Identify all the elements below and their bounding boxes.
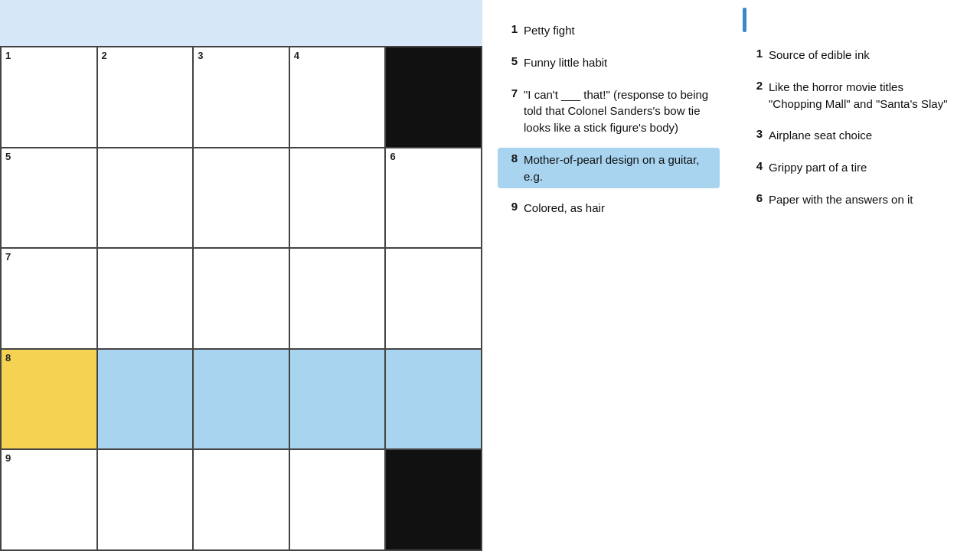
down-accent-bar [743,8,746,32]
clue-description: Funny little habit [524,54,607,71]
grid-cell-r3c3[interactable] [290,350,387,451]
down-clue-4[interactable]: 4Grippy part of a tire [743,155,965,180]
clue-number: 5 [504,54,518,67]
cell-number: 7 [5,252,11,262]
grid-cell-r1c3[interactable] [290,148,387,249]
cell-number: 1 [5,51,11,60]
grid-cell-r0c4[interactable] [386,47,482,148]
grid-cell-r3c0[interactable]: 8 [2,350,98,451]
grid-cell-r0c1[interactable]: 2 [98,47,194,148]
across-column: 1Petty fight5Funny little habit7"I can't… [498,0,720,551]
grid-cell-r4c3[interactable] [290,450,387,551]
clue-number: 2 [749,79,763,92]
grid-cell-r0c0[interactable]: 1 [2,47,98,148]
clue-number: 1 [749,47,763,60]
clue-number: 3 [749,127,763,140]
cell-number: 6 [390,152,395,161]
across-clue-9[interactable]: 9Colored, as hair [498,196,720,220]
clues-panel: 1Petty fight5Funny little habit7"I can't… [482,0,980,551]
clue-description: Like the horror movie titles "Chopping M… [769,79,959,112]
crossword-panel: 123456789 [0,0,482,551]
grid-cell-r4c2[interactable] [194,450,290,551]
grid-cell-r1c4[interactable]: 6 [386,148,482,249]
grid-cell-r4c4[interactable] [386,450,482,551]
grid-cell-r4c0[interactable]: 9 [2,450,98,551]
clue-description: Airplane seat choice [769,127,872,144]
clue-description: Paper with the answers on it [769,191,913,208]
down-column: 1Source of edible ink2Like the horror mo… [743,0,965,551]
grid-cell-r1c2[interactable] [194,148,290,249]
clue-number: 6 [749,191,763,204]
grid-cell-r2c4[interactable] [386,249,482,350]
grid-cell-r1c0[interactable]: 5 [2,148,98,249]
down-clue-6[interactable]: 6Paper with the answers on it [743,187,965,212]
clue-description: Source of edible ink [769,47,870,64]
grid-cell-r2c0[interactable]: 7 [2,249,98,350]
grid-cell-r2c3[interactable] [290,249,387,350]
across-clue-8[interactable]: 8Mother-of-pearl design on a guitar, e.g… [498,148,720,189]
grid-container: 123456789 [0,46,482,551]
cell-number: 5 [5,152,11,161]
across-clue-5[interactable]: 5Funny little habit [498,51,720,75]
down-header [743,8,965,32]
clue-number: 7 [504,86,518,99]
clue-description: Petty fight [524,22,575,39]
across-clue-7[interactable]: 7"I can't ___ that!" (response to being … [498,83,720,140]
clue-number: 4 [749,159,763,172]
clue-number: 1 [504,22,518,35]
down-clue-1[interactable]: 1Source of edible ink [743,43,965,67]
down-clue-3[interactable]: 3Airplane seat choice [743,123,965,148]
down-clue-2[interactable]: 2Like the horror movie titles "Chopping … [743,75,965,116]
grid-cell-r1c1[interactable] [98,148,194,249]
clue-description: Mother-of-pearl design on a guitar, e.g. [524,152,714,185]
grid-cell-r3c1[interactable] [98,350,194,451]
grid-cell-r0c3[interactable]: 4 [290,47,387,148]
grid-cell-r0c2[interactable]: 3 [194,47,290,148]
cell-number: 4 [294,51,299,60]
grid-cell-r4c1[interactable] [98,450,194,551]
cell-number: 2 [102,51,107,60]
grid-cell-r3c4[interactable] [386,350,482,451]
clue-header [0,0,482,46]
across-clue-1[interactable]: 1Petty fight [498,18,720,43]
grid-cell-r3c2[interactable] [194,350,290,451]
clue-description: Grippy part of a tire [769,159,867,176]
cell-number: 3 [198,51,203,60]
clue-number: 9 [504,200,518,213]
crossword-grid: 123456789 [0,46,482,551]
cell-number: 9 [5,453,11,463]
clue-description: "I can't ___ that!" (response to being t… [524,86,714,136]
cell-number: 8 [5,353,11,363]
grid-cell-r2c2[interactable] [194,249,290,350]
clue-number: 8 [504,152,518,165]
clue-description: Colored, as hair [524,200,605,217]
grid-cell-r2c1[interactable] [98,249,194,350]
